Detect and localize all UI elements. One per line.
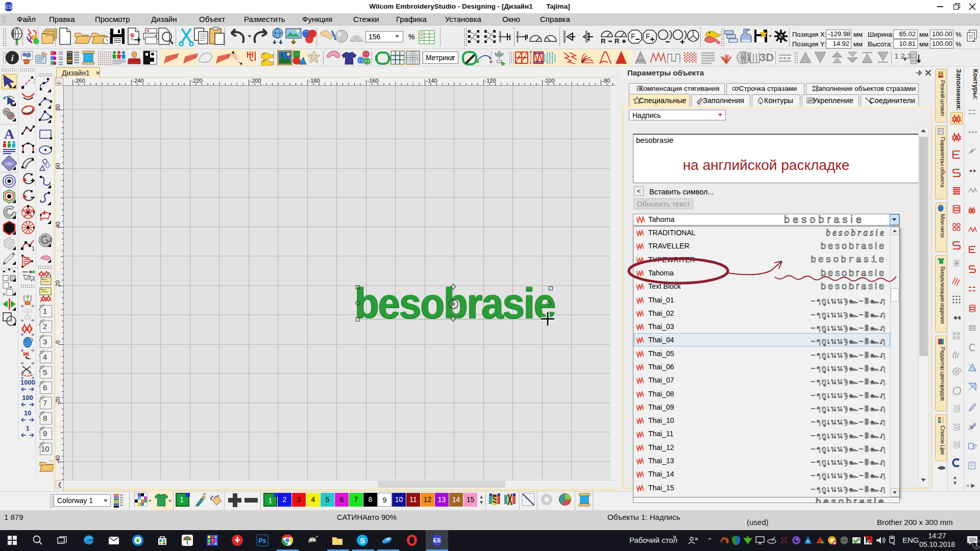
svg-text:1: 1 (975, 541, 978, 547)
svg-text:Ps: Ps (259, 537, 266, 544)
svg-text:F: F (631, 32, 635, 40)
svg-text:40: 40 (56, 221, 61, 228)
svg-text:-140: -140 (426, 78, 437, 84)
svg-text:80: 80 (56, 104, 61, 110)
svg-text:A: A (4, 127, 15, 142)
svg-text:R: R (601, 37, 606, 44)
svg-text:0: 0 (56, 340, 61, 343)
svg-text:-20: -20 (56, 397, 61, 405)
svg-text:S: S (360, 536, 365, 545)
svg-text:20: 20 (56, 280, 61, 286)
svg-text:-120: -120 (485, 78, 496, 84)
svg-text:-200: -200 (250, 78, 261, 84)
svg-text:-180: -180 (309, 78, 320, 84)
svg-text:-220: -220 (191, 78, 203, 84)
svg-text:ABc: ABc (5, 161, 14, 166)
svg-text:-80: -80 (602, 78, 610, 84)
svg-text:R: R (615, 37, 620, 44)
svg-text:ES: ES (433, 537, 441, 543)
svg-text:-40: -40 (56, 456, 61, 464)
svg-text:-240: -240 (133, 78, 144, 84)
svg-text:1: 1 (33, 78, 35, 84)
svg-text:1: 1 (32, 245, 35, 252)
svg-text:60: 60 (56, 163, 61, 169)
svg-text:-100: -100 (544, 78, 555, 84)
svg-text:-160: -160 (368, 78, 379, 84)
svg-text:-260: -260 (74, 78, 85, 84)
svg-text:F: F (646, 32, 650, 40)
svg-text:Я: Я (210, 538, 214, 543)
